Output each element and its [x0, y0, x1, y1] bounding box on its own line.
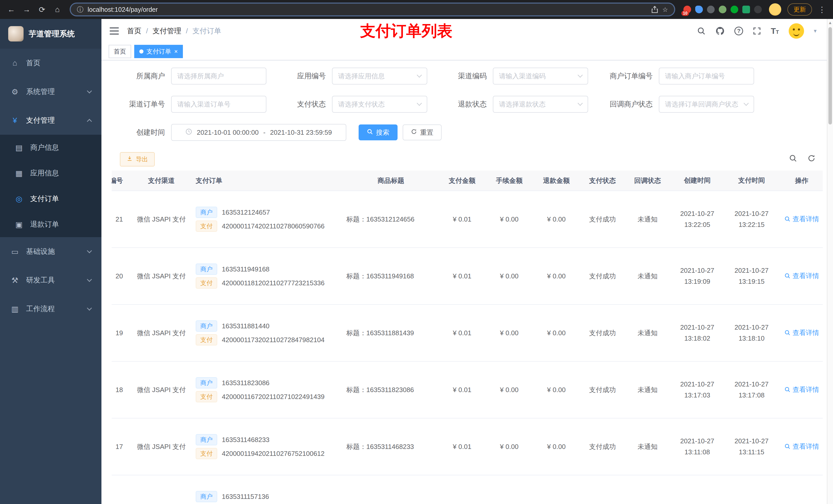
pay-time: 2021-10-27 13:19:15 — [724, 265, 779, 287]
product-title: 标题：1635312124656 — [343, 215, 438, 224]
merchant-order-no: 1635311468233 — [222, 436, 269, 444]
view-detail-link[interactable]: 查看详情 — [784, 328, 819, 337]
refund-status-select[interactable]: 请选择退款状态 — [493, 96, 588, 113]
share-icon[interactable] — [651, 6, 658, 13]
browser-update-button[interactable]: 更新 — [787, 3, 812, 16]
close-icon[interactable]: × — [174, 48, 178, 54]
caret-down-icon[interactable]: ▾ — [814, 28, 817, 34]
reset-button[interactable]: 重置 — [403, 124, 442, 140]
pay-time: 2021-10-27 13:11:15 — [724, 436, 779, 458]
tab-pay-order[interactable]: 支付订单 × — [134, 45, 183, 58]
pay-tag: 支付 — [196, 391, 217, 402]
view-detail-link[interactable]: 查看详情 — [784, 215, 819, 223]
date-start[interactable]: 2021-10-01 00:00:00 — [197, 128, 259, 137]
site-info-icon[interactable]: ⓘ — [77, 5, 84, 14]
url-text[interactable]: localhost:1024/pay/order — [88, 6, 647, 13]
breadcrumb-home[interactable]: 首页 — [127, 26, 141, 36]
sidebar-item-refund-order[interactable]: ▣ 退款订单 — [0, 212, 101, 237]
channel-code-select[interactable]: 请输入渠道编码 — [493, 68, 588, 85]
pay-time: 2021-10-27 13:17:08 — [724, 379, 779, 401]
pay-status: 支付成功 — [580, 329, 625, 338]
app-logo-image — [8, 26, 24, 42]
hide-search-icon[interactable] — [789, 154, 797, 164]
browser-back-button[interactable]: ← — [4, 2, 19, 17]
sidebar-item-label: 退款订单 — [30, 219, 59, 229]
date-end[interactable]: 2021-10-31 23:59:59 — [270, 128, 332, 137]
search-button[interactable]: 搜索 — [359, 124, 398, 140]
sidebar-item-system[interactable]: ⚙ 系统管理 — [0, 77, 101, 106]
annotation-title: 支付订单列表 — [360, 20, 452, 42]
tab-home[interactable]: 首页 — [109, 45, 131, 58]
sidebar-item-merchant-info[interactable]: ▤ 商户信息 — [0, 135, 101, 160]
extension-icon-drop[interactable] — [695, 6, 703, 13]
refund-amount: ¥ 0.00 — [533, 329, 580, 337]
user-avatar[interactable] — [789, 23, 804, 39]
table-row: 18 微信 JSAPI 支付 商户1635311823086 支付4200001… — [112, 362, 823, 418]
pay-order-cell: 商户1635311157136 支付 — [192, 488, 343, 504]
sidebar-item-home[interactable]: ⌂ 首页 — [0, 49, 101, 77]
orders-table: 编号 支付渠道 支付订单 商品标题 支付金额 手续金额 退款金额 支付状态 回调… — [112, 171, 823, 504]
extension-icon-check[interactable] — [731, 6, 738, 13]
col-id: 编号 — [112, 176, 131, 185]
browser-profile-avatar[interactable] — [769, 3, 781, 16]
fullscreen-icon[interactable] — [753, 27, 761, 35]
extension-icon-green[interactable] — [719, 6, 727, 13]
sidebar-item-dev-tools[interactable]: ⚒ 研发工具 — [0, 266, 101, 294]
target-icon: ◎ — [14, 194, 24, 203]
bookmark-star-icon[interactable]: ☆ — [662, 6, 668, 13]
channel-order-no-label: 渠道订单号 — [120, 99, 171, 109]
sidebar-toggle-icon[interactable] — [110, 27, 119, 34]
chevron-down-icon — [578, 101, 583, 106]
pay-order-cell: 商户1635312124657 支付4200001174202110278060… — [192, 204, 343, 234]
channel-order-no-input[interactable] — [171, 96, 266, 113]
browser-reload-button[interactable]: ⟳ — [35, 2, 49, 17]
extension-icon-red[interactable]: 10 — [684, 6, 691, 13]
table-row: 19 微信 JSAPI 支付 商户1635311881440 支付4200001… — [112, 305, 823, 362]
refresh-icon[interactable] — [807, 154, 815, 164]
scrollbar-thumb[interactable] — [828, 27, 832, 124]
search-icon[interactable] — [697, 27, 706, 35]
view-detail-link[interactable]: 查看详情 — [784, 385, 819, 394]
github-icon[interactable] — [715, 26, 724, 35]
create-time: 2021-10-27 13:22:05 — [670, 208, 724, 230]
breadcrumb-payment[interactable]: 支付管理 — [153, 26, 181, 36]
callback-status-select[interactable]: 请选择订单回调商户状态 — [659, 96, 754, 113]
product-title: 标题：1635311949168 — [343, 272, 438, 281]
browser-menu-icon[interactable]: ⋮ — [815, 5, 829, 14]
create-time-range-picker[interactable]: 2021-10-01 00:00:00 - 2021-10-31 23:59:5… — [171, 124, 346, 141]
col-create-time: 创建时间 — [670, 176, 724, 184]
create-time: 2021-10-27 13:17:03 — [670, 379, 724, 401]
extension-icon-gray[interactable] — [707, 6, 715, 13]
sidebar-item-pay-order[interactable]: ◎ 支付订单 — [0, 186, 101, 212]
browser-toolbar: ← → ⟳ ⌂ ⓘ localhost:1024/pay/order ☆ 10 … — [0, 0, 833, 19]
forward-icon: → — [23, 5, 30, 14]
merchant-order-no-input[interactable] — [659, 68, 754, 85]
view-detail-link[interactable]: 查看详情 — [784, 442, 819, 451]
sidebar-item-infra[interactable]: ▭ 基础设施 — [0, 237, 101, 266]
sidebar-item-workflow[interactable]: ▥ 工作流程 — [0, 294, 101, 323]
app-id-select[interactable]: 请选择应用信息 — [332, 68, 427, 85]
font-size-icon[interactable]: TT — [771, 27, 779, 35]
pay-status-select[interactable]: 请选择支付状态 — [332, 96, 427, 113]
help-icon[interactable]: ? — [734, 27, 743, 35]
extension-icon-pin[interactable] — [754, 6, 762, 13]
pay-channel: 微信 JSAPI 支付 — [131, 215, 192, 224]
merchant-input[interactable] — [171, 68, 266, 85]
extension-icon-chat[interactable] — [742, 6, 750, 13]
view-detail-link[interactable]: 查看详情 — [784, 271, 819, 281]
merchant-tag: 商户 — [196, 434, 217, 446]
browser-home-button[interactable]: ⌂ — [50, 2, 65, 17]
scroll-up-icon[interactable]: ▲ — [827, 19, 833, 25]
sidebar-item-payment[interactable]: ¥ 支付管理 — [0, 106, 101, 135]
sidebar-item-app-info[interactable]: ▦ 应用信息 — [0, 160, 101, 186]
app-logo[interactable]: 芋道管理系统 — [0, 19, 101, 49]
merchant-tag: 商户 — [196, 377, 217, 388]
export-button[interactable]: 导出 — [120, 152, 155, 166]
refund-amount: ¥ 0.00 — [533, 215, 580, 223]
extensions-cluster: 10 — [684, 6, 762, 13]
browser-forward-button[interactable]: → — [20, 2, 34, 17]
window-scrollbar[interactable]: ▲ — [827, 19, 833, 504]
merchant-order-no: 1635311949168 — [222, 265, 269, 273]
sidebar-item-label: 支付订单 — [30, 194, 59, 203]
address-bar[interactable]: ⓘ localhost:1024/pay/order ☆ — [70, 3, 675, 16]
